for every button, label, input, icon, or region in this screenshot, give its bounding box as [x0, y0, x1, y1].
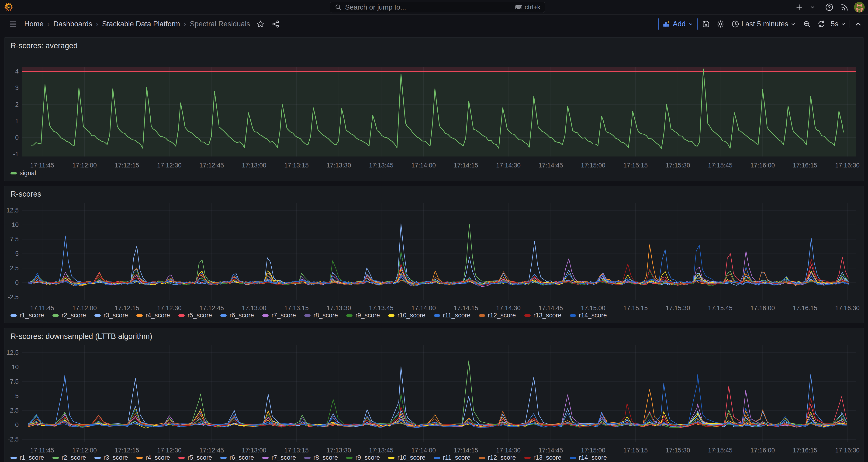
timeseries-chart-downsampled[interactable]: 12.5107.552.50-2.517:11:4517:12:0017:12:… — [4, 328, 864, 462]
legend-item-r3_score[interactable]: r3_score — [94, 454, 128, 461]
favorite-button[interactable] — [255, 18, 266, 30]
legend-color-pill — [178, 457, 185, 459]
breadcrumb-folder[interactable]: Stackable Data Platform — [102, 20, 180, 28]
x-axis-tick-label: 17:15:15 — [623, 447, 648, 454]
legend-item-r7_score[interactable]: r7_score — [262, 312, 296, 319]
legend-item-r11_score[interactable]: r11_score — [434, 454, 470, 461]
breadcrumb-home[interactable]: Home — [24, 20, 43, 28]
y-axis-tick-label: 5 — [15, 393, 19, 400]
x-axis-tick-label: 17:14:45 — [538, 305, 563, 312]
legend-label: r7_score — [271, 454, 296, 461]
y-axis-tick-label: -1 — [13, 151, 19, 158]
avatar-pixel-art — [854, 2, 865, 12]
legend-color-pill — [178, 314, 185, 317]
user-avatar[interactable] — [854, 2, 865, 12]
legend-label: r11_score — [443, 454, 470, 461]
legend-item-r5_score[interactable]: r5_score — [178, 312, 212, 319]
legend-color-pill — [262, 314, 269, 317]
series-line-r1_score — [28, 377, 846, 427]
series-line-r2_score — [28, 224, 848, 285]
panel-title[interactable]: R-scores — [10, 190, 41, 198]
refresh-button[interactable] — [815, 18, 828, 30]
legend-color-pill — [304, 314, 311, 317]
x-axis-tick-label: 17:13:30 — [327, 305, 351, 312]
legend-item-r3_score[interactable]: r3_score — [94, 312, 128, 319]
legend-label: r13_score — [533, 454, 561, 461]
toolbar-divider — [849, 20, 850, 28]
refresh-interval-picker[interactable]: 5s — [830, 18, 847, 30]
panel-title[interactable]: R-scores: downsampled (LTTB algorithm) — [10, 332, 152, 341]
legend-item-r4_score[interactable]: r4_score — [136, 454, 170, 461]
breadcrumb-separator: › — [184, 20, 186, 28]
legend-item-r6_score[interactable]: r6_score — [220, 454, 254, 461]
x-axis-tick-label: 17:13:45 — [369, 305, 394, 312]
legend-color-pill — [220, 314, 227, 317]
legend-color-pill — [570, 314, 576, 317]
x-axis-tick-label: 17:14:45 — [538, 447, 563, 454]
legend-item-r14_score[interactable]: r14_score — [570, 454, 607, 461]
legend-label: r9_score — [355, 454, 380, 461]
x-axis-tick-label: 17:14:00 — [411, 305, 436, 312]
legend-item-r14_score[interactable]: r14_score — [570, 312, 607, 319]
grafana-logo-icon[interactable] — [4, 2, 14, 12]
legend-item-r1_score[interactable]: r1_score — [10, 454, 44, 461]
new-button[interactable] — [793, 1, 805, 13]
legend-item-r9_score[interactable]: r9_score — [346, 312, 380, 319]
collapse-topbar-button[interactable] — [852, 18, 864, 30]
legend-item-r13_score[interactable]: r13_score — [524, 312, 561, 319]
legend-item-r10_score[interactable]: r10_score — [388, 454, 425, 461]
dashboard-settings-button[interactable] — [714, 18, 726, 30]
x-axis-tick-label: 17:16:30 — [835, 305, 860, 312]
legend-label: r4_score — [146, 454, 170, 461]
legend-label: r8_score — [313, 312, 338, 319]
legend-label: r11_score — [443, 312, 470, 319]
legend-item-r2_score[interactable]: r2_score — [53, 312, 86, 319]
legend-item-signal[interactable]: signal — [10, 170, 36, 177]
breadcrumb-dashboards[interactable]: Dashboards — [53, 20, 92, 28]
legend-color-pill — [388, 314, 395, 317]
panel-title[interactable]: R-scores: averaged — [10, 41, 78, 50]
news-button[interactable] — [839, 1, 851, 13]
share-button[interactable] — [271, 18, 281, 30]
search-input[interactable]: Search or jump to... ctrl+k — [330, 2, 545, 13]
add-panel-button[interactable]: Add — [658, 18, 698, 30]
legend-item-r10_score[interactable]: r10_score — [388, 312, 425, 319]
legend-color-pill — [10, 457, 17, 459]
legend-item-r2_score[interactable]: r2_score — [53, 454, 86, 461]
y-axis-tick-label: -2.5 — [8, 436, 19, 443]
new-menu-chevron[interactable] — [809, 1, 816, 13]
legend-item-r12_score[interactable]: r12_score — [479, 312, 516, 319]
mega-menu-button[interactable] — [7, 18, 19, 30]
chevron-down-icon — [790, 21, 796, 27]
rss-icon — [840, 3, 849, 12]
x-axis-tick-label: 17:12:45 — [199, 447, 224, 454]
legend-item-r8_score[interactable]: r8_score — [304, 454, 338, 461]
legend-item-r5_score[interactable]: r5_score — [178, 454, 212, 461]
x-axis-tick-label: 17:16:30 — [835, 447, 860, 454]
legend-item-r1_score[interactable]: r1_score — [10, 312, 44, 319]
legend-item-r8_score[interactable]: r8_score — [304, 312, 338, 319]
legend-color-pill — [479, 314, 485, 317]
x-axis-tick-label: 17:13:15 — [284, 162, 309, 169]
legend-item-r6_score[interactable]: r6_score — [220, 312, 254, 319]
legend-item-r7_score[interactable]: r7_score — [262, 454, 296, 461]
legend-item-r13_score[interactable]: r13_score — [524, 454, 561, 461]
help-button[interactable] — [823, 1, 835, 13]
x-axis-tick-label: 17:15:30 — [665, 305, 690, 312]
time-range-picker[interactable]: Last 5 minutes — [729, 18, 799, 30]
x-axis-tick-label: 17:12:45 — [199, 162, 224, 169]
timeseries-chart-rscores[interactable]: 12.5107.552.50-2.517:11:4517:12:0017:12:… — [4, 186, 864, 323]
legend-item-r11_score[interactable]: r11_score — [434, 312, 470, 319]
plus-icon — [795, 3, 803, 11]
legend-item-r12_score[interactable]: r12_score — [479, 454, 516, 461]
zoom-out-time-button[interactable] — [801, 18, 813, 30]
x-axis-tick-label: 17:11:45 — [30, 447, 54, 454]
legend-label: r3_score — [103, 454, 128, 461]
legend-color-pill — [524, 457, 531, 459]
x-axis-tick-label: 17:14:30 — [496, 162, 521, 169]
gear-icon — [716, 20, 724, 28]
save-dashboard-button[interactable] — [700, 18, 712, 30]
timeseries-chart-averaged[interactable]: 43210-117:11:4517:12:0017:12:1517:12:301… — [4, 37, 864, 181]
legend-item-r9_score[interactable]: r9_score — [346, 454, 380, 461]
legend-item-r4_score[interactable]: r4_score — [136, 312, 170, 319]
